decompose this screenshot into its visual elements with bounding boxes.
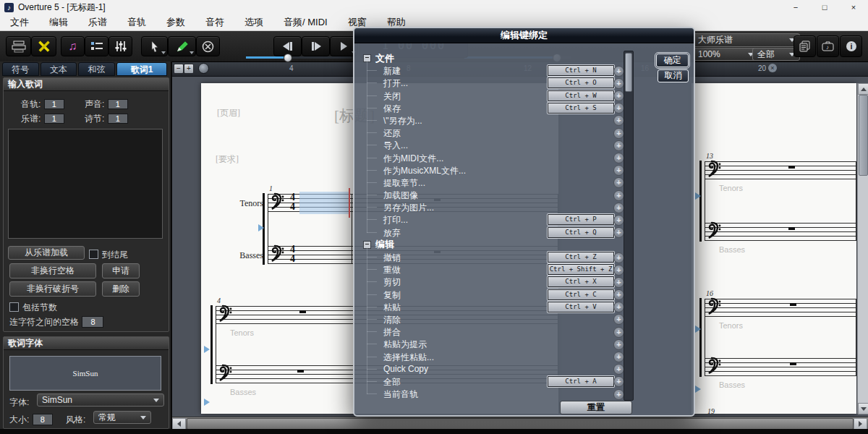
vertical-scroll-thumb[interactable] bbox=[859, 95, 868, 176]
maximize-button[interactable]: □ bbox=[810, 0, 839, 14]
kb-section-header-0[interactable]: 文件 bbox=[359, 52, 619, 64]
requirement-placeholder[interactable]: [要求] bbox=[216, 153, 239, 166]
add-binding-button[interactable]: + bbox=[613, 277, 624, 288]
system-marker[interactable] bbox=[258, 224, 264, 231]
system-marker[interactable] bbox=[695, 326, 701, 333]
scroll-down-button[interactable] bbox=[858, 403, 868, 414]
select-tool-button[interactable] bbox=[141, 36, 168, 56]
staff[interactable] bbox=[705, 299, 856, 317]
scroll-left-button[interactable] bbox=[172, 418, 186, 430]
lyrics-textarea[interactable] bbox=[8, 129, 163, 239]
menu-item-7[interactable]: 音频/ MIDI bbox=[273, 14, 338, 30]
add-binding-button[interactable]: + bbox=[613, 153, 624, 163]
kb-section-header-1[interactable]: 编辑 bbox=[359, 239, 619, 251]
add-binding-button[interactable]: + bbox=[613, 190, 624, 201]
kb-row[interactable]: 新建Ctrl + N+ bbox=[359, 64, 619, 77]
add-binding-button[interactable]: + bbox=[613, 165, 624, 176]
score-field[interactable]: 1 bbox=[44, 114, 64, 124]
copy-pages-button[interactable] bbox=[793, 35, 816, 57]
step-play-button[interactable] bbox=[302, 36, 330, 56]
music-case-button[interactable]: ♪ bbox=[817, 35, 839, 57]
kb-row[interactable]: 作为MusicXML文件...+ bbox=[359, 164, 619, 176]
key-binding-button[interactable]: Ctrl + V bbox=[548, 302, 614, 312]
cancel-button[interactable]: 取消 bbox=[658, 69, 689, 82]
kb-row[interactable]: 全部Ctrl + A+ bbox=[359, 375, 619, 388]
apply-button[interactable]: 申请 bbox=[102, 263, 140, 278]
key-binding-button[interactable]: Ctrl + N bbox=[548, 65, 614, 76]
kb-row[interactable]: 当前音轨+ bbox=[359, 388, 619, 400]
close-button[interactable]: × bbox=[839, 0, 868, 14]
system-marker[interactable] bbox=[695, 386, 701, 393]
tab-文本[interactable]: 文本 bbox=[41, 62, 77, 76]
add-binding-button[interactable]: + bbox=[613, 389, 624, 400]
key-binding-button[interactable]: Ctrl + O bbox=[548, 77, 614, 88]
staff[interactable] bbox=[705, 161, 856, 179]
kb-row[interactable]: 作为MIDI文件...+ bbox=[359, 152, 619, 164]
add-binding-button[interactable]: + bbox=[613, 203, 624, 213]
ruler-knob[interactable] bbox=[198, 63, 209, 74]
kb-row[interactable]: 剪切Ctrl + X+ bbox=[359, 276, 619, 288]
staff[interactable] bbox=[705, 223, 856, 241]
include-verse-checkbox[interactable]: 包括节数 bbox=[9, 300, 57, 314]
kb-row[interactable]: 打开...Ctrl + O+ bbox=[359, 77, 619, 89]
style-dropdown[interactable]: 常规 bbox=[93, 411, 151, 424]
kb-row[interactable]: Quick Copy+ bbox=[359, 363, 619, 375]
add-binding-button[interactable]: + bbox=[613, 103, 624, 114]
kb-row[interactable]: 还原+ bbox=[359, 127, 619, 139]
dialog-title[interactable]: 编辑键绑定 bbox=[354, 28, 694, 43]
system-marker[interactable] bbox=[204, 399, 210, 406]
tempo-slider-knob[interactable] bbox=[284, 54, 292, 62]
system-marker[interactable] bbox=[204, 346, 210, 353]
add-binding-button[interactable]: + bbox=[613, 115, 624, 126]
kb-row[interactable]: 撤销Ctrl + Z+ bbox=[359, 251, 619, 263]
kb-row[interactable]: \"另存为...+ bbox=[359, 114, 619, 127]
menu-item-2[interactable]: 乐谱 bbox=[78, 14, 117, 30]
kb-row[interactable]: 关闭Ctrl + W+ bbox=[359, 90, 619, 102]
add-binding-button[interactable]: + bbox=[613, 302, 624, 312]
zoom-out-button[interactable]: − bbox=[174, 64, 184, 74]
key-binding-button[interactable]: Ctrl + A bbox=[548, 376, 614, 387]
vertical-scrollbar[interactable] bbox=[857, 83, 868, 414]
add-binding-button[interactable]: + bbox=[613, 314, 624, 325]
dialog-scrollbar[interactable] bbox=[624, 51, 634, 401]
key-binding-button[interactable]: Ctrl + X bbox=[548, 276, 614, 287]
delete-button[interactable]: 删除 bbox=[102, 281, 140, 297]
add-binding-button[interactable]: + bbox=[613, 78, 624, 89]
score-select-dropdown[interactable]: 大师乐谱 bbox=[693, 33, 800, 47]
nb-space-button[interactable]: 非换行空格 bbox=[9, 263, 96, 278]
add-binding-button[interactable]: + bbox=[613, 252, 624, 263]
zoom-in-button[interactable]: + bbox=[184, 64, 194, 74]
add-binding-button[interactable]: + bbox=[613, 227, 624, 238]
tempo-slider[interactable] bbox=[246, 56, 352, 59]
pencil-tool-button[interactable] bbox=[168, 36, 196, 56]
add-binding-button[interactable]: + bbox=[613, 66, 624, 77]
add-binding-button[interactable]: + bbox=[613, 90, 624, 101]
tools-button[interactable] bbox=[31, 36, 56, 56]
track-list-button[interactable] bbox=[85, 36, 109, 56]
menu-item-5[interactable]: 音符 bbox=[195, 14, 234, 30]
kb-row[interactable]: 选择性粘贴...+ bbox=[359, 351, 619, 363]
menu-item-0[interactable]: 文件 bbox=[0, 14, 39, 30]
horizontal-scroll-thumb[interactable] bbox=[187, 418, 854, 430]
eraser-tool-button[interactable] bbox=[196, 36, 220, 56]
key-binding-button[interactable]: Ctrl + C bbox=[548, 289, 614, 300]
kb-row[interactable]: 重做Ctrl + Shift + Z+ bbox=[359, 263, 619, 276]
kb-row[interactable]: 打印...Ctrl + P+ bbox=[359, 213, 619, 226]
key-binding-button[interactable]: Ctrl + Shift + Z bbox=[548, 264, 614, 275]
size-field[interactable]: 8 bbox=[33, 414, 53, 425]
add-binding-button[interactable]: + bbox=[613, 215, 624, 226]
tab-歌词1[interactable]: 歌词1 bbox=[116, 62, 167, 76]
horizontal-scrollbar[interactable] bbox=[171, 417, 868, 430]
info-button[interactable]: i bbox=[840, 35, 862, 57]
kb-row[interactable]: 放弃Ctrl + Q+ bbox=[359, 226, 619, 239]
key-binding-button[interactable]: Ctrl + Z bbox=[548, 252, 614, 263]
kb-row[interactable]: 加载图像+ bbox=[359, 189, 619, 201]
ok-button[interactable]: 确定 bbox=[656, 54, 689, 67]
add-binding-button[interactable]: + bbox=[613, 289, 624, 300]
add-binding-button[interactable]: + bbox=[613, 128, 624, 139]
kb-row[interactable]: 复制Ctrl + C+ bbox=[359, 289, 619, 301]
staff[interactable] bbox=[705, 358, 856, 376]
minimize-button[interactable]: − bbox=[781, 0, 810, 14]
add-binding-button[interactable]: + bbox=[613, 339, 624, 350]
notes-button[interactable]: ♫ bbox=[61, 36, 85, 56]
